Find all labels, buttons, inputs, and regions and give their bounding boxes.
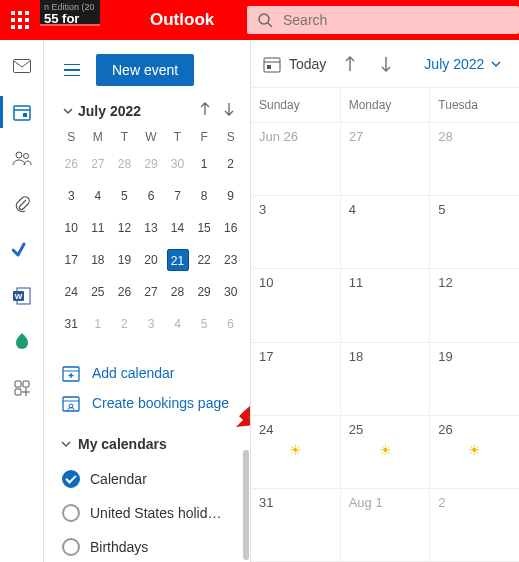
mini-cal-day[interactable]: 7 bbox=[164, 180, 191, 212]
day-cell[interactable]: 4 bbox=[340, 196, 430, 268]
todo-icon[interactable] bbox=[0, 238, 44, 262]
new-event-button[interactable]: New event bbox=[96, 54, 194, 86]
svg-rect-13 bbox=[15, 389, 21, 395]
today-button[interactable]: Today bbox=[263, 55, 326, 73]
mini-cal-day[interactable]: 20 bbox=[138, 244, 165, 276]
day-cell[interactable]: 28 bbox=[429, 123, 519, 195]
mini-cal-day[interactable]: 24 bbox=[58, 276, 85, 308]
day-cell[interactable]: 26☀ bbox=[429, 416, 519, 488]
calendar-list-item[interactable]: Birthdays bbox=[58, 530, 238, 562]
mini-cal-day[interactable]: 6 bbox=[217, 308, 244, 340]
mini-cal-day[interactable]: 17 bbox=[58, 244, 85, 276]
mini-cal-day[interactable]: 30 bbox=[164, 148, 191, 180]
calendar-checkbox[interactable] bbox=[62, 470, 80, 488]
mini-cal-day[interactable]: 9 bbox=[217, 180, 244, 212]
left-rail: W bbox=[0, 40, 44, 562]
day-cell[interactable]: 27 bbox=[340, 123, 430, 195]
day-cell[interactable]: 12 bbox=[429, 269, 519, 341]
day-cell[interactable]: 24☀ bbox=[251, 416, 340, 488]
create-bookings-link[interactable]: Create bookings page bbox=[58, 388, 238, 418]
mini-cal-day[interactable]: 4 bbox=[164, 308, 191, 340]
side-panel: New event July 2022 SMTWTFS 262728293012… bbox=[44, 40, 251, 562]
svg-rect-2 bbox=[13, 60, 30, 73]
calendar-label: United States holid… bbox=[90, 505, 222, 521]
mini-cal-day[interactable]: 27 bbox=[85, 148, 112, 180]
calendar-checkbox[interactable] bbox=[62, 538, 80, 556]
mini-cal-day[interactable]: 2 bbox=[217, 148, 244, 180]
day-cell[interactable]: 19 bbox=[429, 343, 519, 415]
day-cell[interactable]: 5 bbox=[429, 196, 519, 268]
mini-cal-day[interactable]: 5 bbox=[191, 308, 218, 340]
day-cell[interactable]: 2 bbox=[429, 489, 519, 561]
day-cell[interactable]: 10 bbox=[251, 269, 340, 341]
mini-cal-day[interactable]: 11 bbox=[85, 212, 112, 244]
mini-cal-prev[interactable] bbox=[196, 102, 214, 120]
my-calendars-header[interactable]: My calendars bbox=[58, 436, 238, 452]
mini-cal-day[interactable]: 1 bbox=[191, 148, 218, 180]
mini-cal-day[interactable]: 25 bbox=[85, 276, 112, 308]
calendar-list-item[interactable]: United States holid… bbox=[58, 496, 238, 530]
next-period[interactable] bbox=[374, 52, 398, 76]
add-calendar-link[interactable]: Add calendar bbox=[58, 358, 238, 388]
mini-cal-day[interactable]: 23 bbox=[217, 244, 244, 276]
mini-cal-day[interactable]: 10 bbox=[58, 212, 85, 244]
mini-cal-day[interactable]: 30 bbox=[217, 276, 244, 308]
svg-point-6 bbox=[16, 152, 22, 158]
calendar-label: Calendar bbox=[90, 471, 147, 487]
search-box[interactable] bbox=[247, 6, 519, 34]
svg-rect-12 bbox=[23, 381, 29, 387]
calendar-checkbox[interactable] bbox=[62, 504, 80, 522]
people-icon[interactable] bbox=[0, 146, 44, 170]
mini-cal-day[interactable]: 13 bbox=[138, 212, 165, 244]
word-icon[interactable]: W bbox=[0, 284, 44, 308]
mini-cal-day[interactable]: 21 bbox=[164, 244, 191, 276]
mini-cal-day[interactable]: 19 bbox=[111, 244, 138, 276]
mini-cal-day[interactable]: 14 bbox=[164, 212, 191, 244]
mail-icon[interactable] bbox=[0, 54, 44, 78]
attachments-icon[interactable] bbox=[0, 192, 44, 216]
mini-cal-day[interactable]: 8 bbox=[191, 180, 218, 212]
day-cell[interactable]: 31 bbox=[251, 489, 340, 561]
day-cell[interactable]: Aug 1 bbox=[340, 489, 430, 561]
mini-cal-day[interactable]: 26 bbox=[58, 148, 85, 180]
day-cell[interactable]: 11 bbox=[340, 269, 430, 341]
app-launcher-icon[interactable] bbox=[0, 0, 40, 40]
mini-cal-day[interactable]: 2 bbox=[111, 308, 138, 340]
mini-cal-day[interactable]: 6 bbox=[138, 180, 165, 212]
mini-cal-day[interactable]: 26 bbox=[111, 276, 138, 308]
mini-cal-day[interactable]: 5 bbox=[111, 180, 138, 212]
mini-cal-day[interactable]: 27 bbox=[138, 276, 165, 308]
day-cell[interactable]: Jun 26 bbox=[251, 123, 340, 195]
day-cell[interactable]: 3 bbox=[251, 196, 340, 268]
bookings-icon[interactable] bbox=[0, 330, 44, 354]
hamburger-icon[interactable] bbox=[58, 56, 86, 84]
mini-cal-day[interactable]: 28 bbox=[111, 148, 138, 180]
mini-cal-day[interactable]: 1 bbox=[85, 308, 112, 340]
mini-cal-day[interactable]: 31 bbox=[58, 308, 85, 340]
mini-cal-day[interactable]: 15 bbox=[191, 212, 218, 244]
mini-cal-day[interactable]: 16 bbox=[217, 212, 244, 244]
mini-cal-day[interactable]: 22 bbox=[191, 244, 218, 276]
calendar-list-item[interactable]: Calendar bbox=[58, 462, 238, 496]
mini-cal-day[interactable]: 3 bbox=[58, 180, 85, 212]
mini-cal-day[interactable]: 28 bbox=[164, 276, 191, 308]
chevron-down-icon bbox=[60, 438, 72, 450]
day-cell[interactable]: 17 bbox=[251, 343, 340, 415]
prev-period[interactable] bbox=[338, 52, 362, 76]
mini-cal-collapse[interactable] bbox=[58, 105, 78, 117]
mini-cal-day[interactable]: 12 bbox=[111, 212, 138, 244]
mini-cal-day[interactable]: 29 bbox=[138, 148, 165, 180]
search-input[interactable] bbox=[283, 12, 509, 28]
day-cell[interactable]: 25☀ bbox=[340, 416, 430, 488]
ad-fragment: n Edition (20 55 for bbox=[40, 0, 100, 26]
month-picker[interactable]: July 2022 bbox=[424, 56, 502, 72]
more-apps-icon[interactable] bbox=[0, 376, 44, 400]
scrollbar-thumb[interactable] bbox=[243, 450, 249, 560]
mini-cal-day[interactable]: 3 bbox=[138, 308, 165, 340]
mini-cal-day[interactable]: 4 bbox=[85, 180, 112, 212]
day-cell[interactable]: 18 bbox=[340, 343, 430, 415]
mini-cal-next[interactable] bbox=[220, 102, 238, 120]
mini-cal-day[interactable]: 29 bbox=[191, 276, 218, 308]
mini-cal-day[interactable]: 18 bbox=[85, 244, 112, 276]
calendar-icon[interactable] bbox=[0, 100, 44, 124]
